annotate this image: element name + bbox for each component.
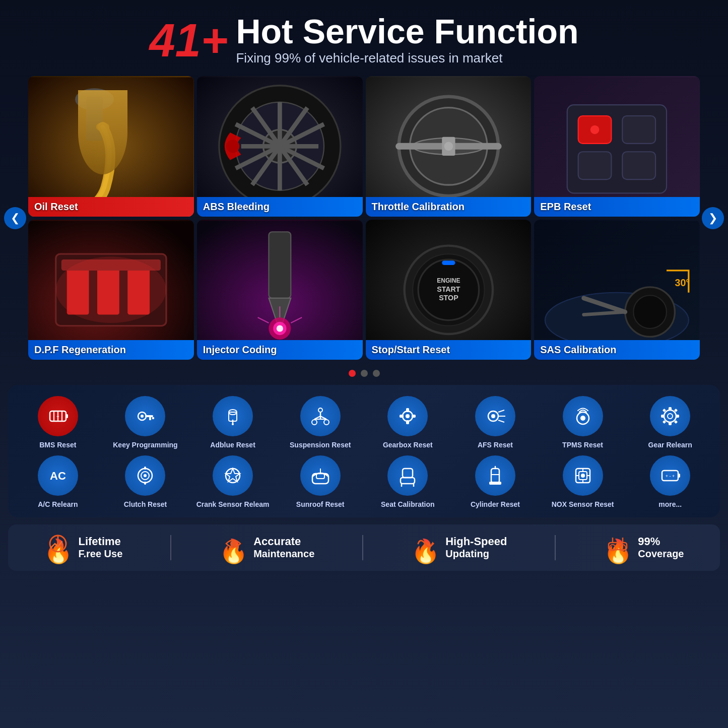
icon-item-bms-reset[interactable]: + BMS Reset — [16, 396, 100, 449]
footer-sub-3: Coverage — [638, 548, 684, 560]
icon-label-6: TPMS Reset — [562, 440, 603, 449]
svg-point-95 — [668, 414, 673, 419]
header-number: 41+ — [149, 17, 228, 63]
card-injector-coding[interactable]: Injector Coding — [197, 220, 363, 360]
svg-text:30°: 30° — [675, 277, 690, 288]
svg-text:+: + — [56, 414, 59, 419]
icon-item-gear-relearn[interactable]: Gear Relearn — [628, 396, 712, 449]
icon-circle-8: AC — [38, 455, 78, 496]
icon-item-clutch-reset[interactable]: Clutch Reset — [104, 455, 187, 509]
icon-item-seat-calibration[interactable]: Seat Calibration — [366, 455, 450, 509]
icon-circle-7 — [650, 396, 690, 436]
icon-label-14: NOX Sensor Reset — [552, 500, 614, 509]
header-text-block: Hot Service Function Fixing 99% of vehic… — [236, 14, 578, 66]
footer-text-2: High-Speed Updating — [445, 535, 507, 560]
svg-rect-98 — [661, 415, 665, 418]
card-sas-calibration[interactable]: 30° SAS Calibration — [534, 220, 700, 360]
svg-rect-115 — [401, 478, 415, 484]
svg-rect-2 — [86, 97, 103, 141]
svg-rect-99 — [676, 415, 679, 418]
svg-rect-84 — [406, 420, 409, 424]
icon-circle-15: + - + — [650, 455, 690, 496]
icon-item-adblue-reset[interactable]: Adblue Reset — [191, 396, 275, 449]
icon-circle-12 — [387, 455, 428, 496]
icon-item-cylinder-reset[interactable]: Cylinder Reset — [453, 455, 537, 509]
svg-rect-119 — [489, 482, 501, 485]
icon-item-suspension-reset[interactable]: Suspension Reset — [279, 396, 362, 449]
svg-point-73 — [232, 423, 234, 425]
svg-point-93 — [580, 416, 585, 421]
svg-rect-69 — [149, 417, 151, 420]
svg-line-89 — [498, 410, 504, 412]
icon-label-3: Suspension Reset — [290, 440, 351, 449]
card-throttle-calibration[interactable]: Throttle Calibration — [366, 76, 532, 217]
svg-rect-27 — [623, 152, 656, 179]
icon-circle-9 — [125, 455, 165, 496]
svg-text:STOP: STOP — [439, 294, 458, 302]
footer-item-99%: 🔥 99% Coverage — [604, 533, 684, 563]
card-dpf-regeneration[interactable]: D.P.F Regeneration — [28, 220, 194, 360]
carousel-arrow-left[interactable]: ❮ — [4, 207, 26, 229]
footer-divider-1 — [170, 535, 171, 560]
svg-point-35 — [56, 256, 166, 323]
icon-item-afs-reset[interactable]: AFS Reset — [453, 396, 537, 449]
svg-point-1 — [75, 88, 114, 110]
page-header: 41+ Hot Service Function Fixing 99% of v… — [0, 0, 728, 71]
icon-item-gearbox-reset[interactable]: Gearbox Reset — [366, 396, 450, 449]
icon-item-crank-sensor-releam[interactable]: Crank Sensor Releam — [191, 455, 275, 509]
icon-label-1: Keey Programming — [113, 440, 177, 449]
footer: 🔥 Lifetime F.ree Use 🔥 Accurate Maintena… — [8, 524, 720, 571]
card-stopstart-reset[interactable]: ENGINE START STOP Stop/Start Reset — [366, 220, 532, 360]
svg-text:AC: AC — [50, 470, 66, 482]
svg-point-94 — [664, 410, 676, 422]
footer-divider-2 — [362, 535, 363, 560]
svg-rect-97 — [669, 422, 672, 425]
dot-2[interactable] — [361, 370, 368, 377]
card-oil-reset[interactable]: Oil Reset — [28, 76, 194, 217]
footer-fire-icon-1: 🔥 — [219, 533, 247, 563]
svg-rect-112 — [316, 474, 324, 479]
icon-label-12: Seat Calibration — [381, 500, 435, 509]
icon-item-sunroof-reset[interactable]: Sunroof Reset — [279, 455, 362, 509]
svg-point-41 — [277, 325, 283, 332]
icon-item-more---[interactable]: + - + more... — [628, 455, 712, 509]
icon-label-13: Cylinder Reset — [471, 500, 520, 509]
svg-rect-96 — [669, 407, 672, 411]
icon-item-tpms-reset[interactable]: TPMS Reset — [541, 396, 625, 449]
card-epb-reset-label: EPB Reset — [534, 197, 700, 217]
svg-rect-83 — [406, 408, 409, 412]
dot-1[interactable] — [349, 370, 356, 377]
icon-item-nox-sensor-reset[interactable]: NOX Sensor Reset — [541, 455, 625, 509]
footer-fire-icon-3: 🔥 — [604, 533, 632, 563]
carousel-arrow-right[interactable]: ❯ — [702, 207, 724, 229]
card-sas-calibration-label: SAS Calibration — [534, 340, 700, 360]
icon-item-keey-programming[interactable]: Keey Programming — [104, 396, 187, 449]
icon-grid: + BMS Reset Keey Programming Adblue Rese… — [16, 396, 712, 509]
dot-3[interactable] — [373, 370, 380, 377]
icon-label-11: Sunroof Reset — [296, 500, 345, 509]
svg-point-124 — [581, 474, 585, 478]
footer-item-high-speed: 🔥 High-Speed Updating — [411, 533, 507, 563]
icon-label-8: A/C Relearn — [38, 500, 78, 509]
icon-circle-3 — [300, 396, 341, 436]
card-abs-bleeding[interactable]: ABS Bleeding — [197, 76, 363, 217]
svg-rect-118 — [491, 469, 499, 483]
svg-point-14 — [226, 140, 239, 153]
svg-rect-70 — [152, 417, 154, 419]
icon-circle-14 — [563, 455, 603, 496]
svg-point-74 — [318, 408, 322, 412]
icon-item-a-c-relearn[interactable]: AC A/C Relearn — [16, 455, 100, 509]
footer-sub-2: Updating — [445, 548, 507, 560]
svg-point-67 — [141, 415, 144, 418]
icon-circle-4 — [387, 396, 428, 436]
card-epb-reset[interactable]: EPB Reset — [534, 76, 700, 217]
carousel-dots — [0, 370, 728, 377]
header-subtitle: Fixing 99% of vehicle-related issues in … — [236, 50, 578, 66]
header-title: Hot Service Function — [236, 14, 578, 48]
icon-label-0: BMS Reset — [39, 440, 76, 449]
svg-point-56 — [634, 295, 667, 328]
footer-title-2: High-Speed — [445, 535, 507, 548]
svg-line-91 — [498, 420, 504, 422]
card-dpf-regeneration-label: D.P.F Regeneration — [28, 340, 194, 360]
svg-rect-68 — [145, 415, 153, 417]
